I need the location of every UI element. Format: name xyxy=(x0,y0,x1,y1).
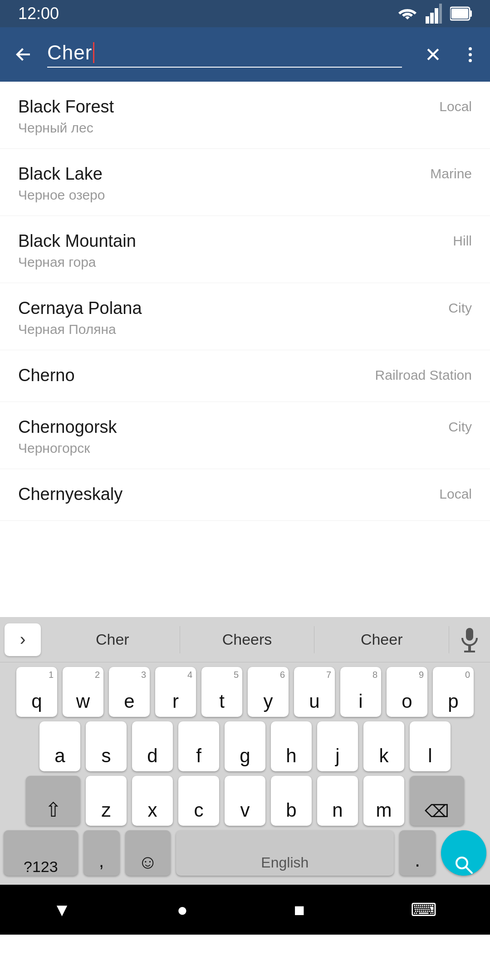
key-h[interactable]: h xyxy=(271,721,312,771)
search-bar: Cher ✕ xyxy=(0,27,490,82)
key-k[interactable]: k xyxy=(363,721,404,771)
search-cursor xyxy=(93,42,94,63)
svg-line-11 xyxy=(466,867,472,873)
result-name: Black Lake xyxy=(18,164,430,184)
microphone-button[interactable] xyxy=(454,627,485,652)
result-left: Chernogorsk Черногорск xyxy=(18,417,448,456)
status-time: 12:00 xyxy=(18,4,59,23)
result-item[interactable]: Cernaya Polana Черная Поляна City xyxy=(0,283,490,350)
keyboard-suggestion-bar: › Cher Cheers Cheer xyxy=(0,617,490,662)
result-subtitle: Черногорск xyxy=(18,441,448,456)
key-j[interactable]: j xyxy=(317,721,358,771)
clear-button[interactable]: ✕ xyxy=(416,43,451,66)
key-s[interactable]: s xyxy=(86,721,127,771)
wifi-icon xyxy=(397,5,417,22)
key-emoji[interactable]: ☺ xyxy=(125,830,171,876)
key-shift[interactable]: ⇧ xyxy=(26,776,80,826)
key-u[interactable]: 7u xyxy=(294,667,335,717)
key-d[interactable]: d xyxy=(132,721,173,771)
status-bar: 12:00 xyxy=(0,0,490,27)
key-p[interactable]: 0p xyxy=(433,667,474,717)
key-numeric[interactable]: ?123 xyxy=(4,830,78,876)
suggestion-cher[interactable]: Cher xyxy=(45,626,180,653)
result-left: Black Forest Черный лес xyxy=(18,97,439,136)
key-f[interactable]: f xyxy=(178,721,219,771)
key-o[interactable]: 9o xyxy=(387,667,427,717)
svg-rect-1 xyxy=(430,13,434,24)
result-item[interactable]: Black Mountain Черная гора Hill xyxy=(0,216,490,283)
result-name: Cherno xyxy=(18,366,375,385)
status-icons xyxy=(397,4,472,24)
result-left: Black Lake Черное озеро xyxy=(18,164,430,203)
search-input-wrapper[interactable]: Cher xyxy=(47,41,402,68)
key-e[interactable]: 3e xyxy=(109,667,150,717)
svg-rect-2 xyxy=(435,8,438,24)
result-type: Marine xyxy=(430,166,472,181)
key-b[interactable]: b xyxy=(271,776,312,826)
result-item[interactable]: Chernogorsk Черногорск City xyxy=(0,402,490,469)
key-comma[interactable]: , xyxy=(83,830,120,876)
svg-rect-9 xyxy=(464,651,475,652)
key-n[interactable]: n xyxy=(317,776,358,826)
nav-home-button[interactable]: ● xyxy=(177,900,188,920)
key-a[interactable]: a xyxy=(39,721,80,771)
svg-rect-6 xyxy=(451,9,468,19)
result-left: Chernyeskaly xyxy=(18,485,439,508)
results-list: Black Forest Черный лес Local Black Lake… xyxy=(0,82,490,617)
key-z[interactable]: z xyxy=(86,776,127,826)
svg-rect-5 xyxy=(470,10,472,17)
result-type: Railroad Station xyxy=(375,368,472,383)
battery-icon xyxy=(450,5,472,22)
suggestion-cheers[interactable]: Cheers xyxy=(180,626,315,653)
key-r[interactable]: 4r xyxy=(155,667,196,717)
signal-icon xyxy=(426,4,442,24)
key-x[interactable]: x xyxy=(132,776,173,826)
key-g[interactable]: g xyxy=(225,721,265,771)
result-left: Cherno xyxy=(18,366,375,389)
key-l[interactable]: l xyxy=(410,721,451,771)
result-name: Black Mountain xyxy=(18,231,453,251)
svg-rect-0 xyxy=(426,16,429,24)
key-period[interactable]: . xyxy=(399,830,436,876)
result-name: Black Forest xyxy=(18,97,439,117)
key-v[interactable]: v xyxy=(225,776,265,826)
key-backspace[interactable]: ⌫ xyxy=(410,776,464,826)
nav-bar: ▼ ● ■ ⌨ xyxy=(0,885,490,935)
key-m[interactable]: m xyxy=(363,776,404,826)
nav-recent-button[interactable]: ■ xyxy=(294,900,305,920)
result-subtitle: Черная Поляна xyxy=(18,322,448,337)
result-subtitle: Черное озеро xyxy=(18,187,430,203)
key-c[interactable]: c xyxy=(178,776,219,826)
key-y[interactable]: 6y xyxy=(248,667,289,717)
nav-back-button[interactable]: ▼ xyxy=(53,900,71,920)
result-item[interactable]: Cherno Railroad Station xyxy=(0,350,490,402)
key-t[interactable]: 5t xyxy=(201,667,242,717)
svg-rect-7 xyxy=(466,628,473,641)
result-item[interactable]: Black Lake Черное озеро Marine xyxy=(0,149,490,216)
result-item[interactable]: Black Forest Черный лес Local xyxy=(0,82,490,149)
key-search[interactable] xyxy=(441,830,486,876)
key-i[interactable]: 8i xyxy=(340,667,381,717)
suggestion-cheer[interactable]: Cheer xyxy=(314,626,449,653)
more-options-button[interactable] xyxy=(464,47,476,62)
keyboard: 1q2w3e4r5t6y7u8i9o0pasdfghjkl⇧zxcvbnm⌫?1… xyxy=(0,662,490,885)
back-button[interactable] xyxy=(14,44,34,64)
result-name: Chernogorsk xyxy=(18,417,448,437)
result-name: Cernaya Polana xyxy=(18,299,448,318)
result-name: Chernyeskaly xyxy=(18,485,439,504)
svg-rect-3 xyxy=(439,4,442,24)
nav-keyboard-button[interactable]: ⌨ xyxy=(411,899,437,920)
result-subtitle: Черный лес xyxy=(18,120,439,136)
result-left: Black Mountain Черная гора xyxy=(18,231,453,270)
result-subtitle: Черная гора xyxy=(18,255,453,270)
result-type: Hill xyxy=(453,233,472,249)
result-type: City xyxy=(448,300,472,316)
key-w[interactable]: 2w xyxy=(63,667,103,717)
key-q[interactable]: 1q xyxy=(16,667,57,717)
result-type: Local xyxy=(439,99,472,114)
result-type: City xyxy=(448,419,472,435)
result-item[interactable]: Chernyeskaly Local xyxy=(0,469,490,521)
suggestion-expand-button[interactable]: › xyxy=(5,623,41,656)
key-space[interactable]: English xyxy=(176,830,394,876)
result-type: Local xyxy=(439,486,472,502)
